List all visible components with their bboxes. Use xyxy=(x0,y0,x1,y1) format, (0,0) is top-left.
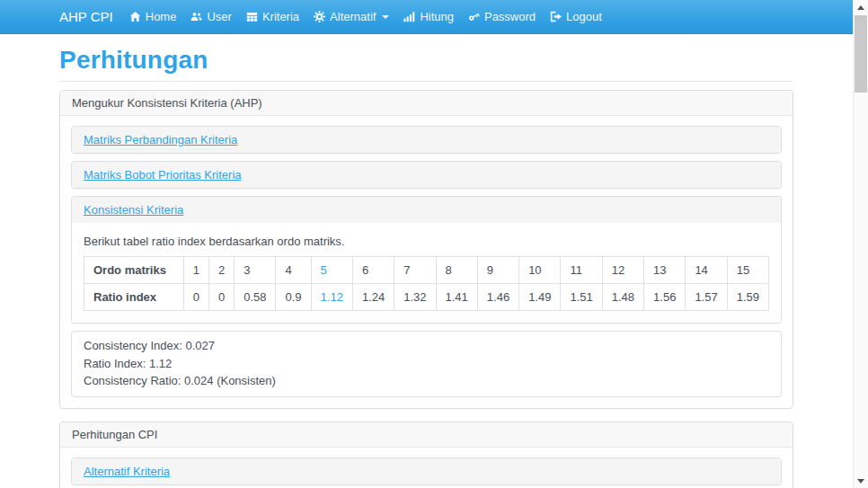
users-icon xyxy=(190,11,202,22)
nav-user[interactable]: User xyxy=(190,10,231,23)
consistency-ratio-text: Consistency Ratio: 0.024 (Konsisten) xyxy=(84,372,769,390)
nav-kriteria[interactable]: Kriteria xyxy=(246,10,299,23)
ratio-index-row: Ratio index 0 0 0.58 0.9 1.12 1.24 1.32 … xyxy=(84,284,769,311)
caret-down-icon xyxy=(382,15,389,19)
table-icon xyxy=(246,11,258,22)
navbar-inner: AHP CPI Home User Kriteria xyxy=(59,9,793,24)
panel-matriks-bobot: Matriks Bobot Prioritas Kriteria xyxy=(71,161,782,189)
nav-logout-label: Logout xyxy=(566,10,602,23)
highlighted-ordo-cell: 5 xyxy=(311,257,352,284)
app-brand[interactable]: AHP CPI xyxy=(59,9,113,24)
ordo-matriks-header: Ordo matriks xyxy=(84,257,184,284)
cpi-card-header: Perhitungan CPI xyxy=(60,422,793,448)
consistency-index-text: Consistency Index: 0.027 xyxy=(84,337,769,355)
cpi-card-body: Alternatif Kriteria Normalisasi Matriks xyxy=(60,448,793,488)
title-divider xyxy=(59,81,793,82)
navbar: AHP CPI Home User Kriteria xyxy=(0,0,853,34)
scrollbar-up-arrow[interactable] xyxy=(854,0,868,14)
scrollbar-down-arrow[interactable] xyxy=(854,474,868,488)
nav-user-label: User xyxy=(207,10,231,23)
alternatif-kriteria-link[interactable]: Alternatif Kriteria xyxy=(84,465,170,478)
nav-kriteria-label: Kriteria xyxy=(262,10,299,23)
home-icon xyxy=(129,11,141,22)
scrollbar-thumb[interactable] xyxy=(855,15,867,93)
triangle-up-icon xyxy=(857,5,864,10)
nav-hitung[interactable]: Hitung xyxy=(403,10,454,23)
browser-viewport: AHP CPI Home User Kriteria xyxy=(0,0,853,488)
logout-icon xyxy=(550,11,562,22)
cpi-card: Perhitungan CPI Alternatif Kriteria Norm… xyxy=(59,421,793,488)
signal-icon xyxy=(403,11,415,22)
panel-konsistensi: Konsistensi Kriteria Berikut tabel ratio… xyxy=(71,196,782,324)
ahp-card-header: Mengukur Konsistensi Kriteria (AHP) xyxy=(60,91,793,116)
ratio-index-header: Ratio index xyxy=(84,284,184,311)
panel-alternatif-kriteria: Alternatif Kriteria xyxy=(71,457,782,485)
ahp-card: Mengukur Konsistensi Kriteria (AHP) Matr… xyxy=(59,90,793,409)
panel-matriks-perbandingan: Matriks Perbandingan Kriteria xyxy=(71,126,782,154)
matriks-bobot-link[interactable]: Matriks Bobot Prioritas Kriteria xyxy=(84,168,242,182)
gear-icon xyxy=(314,11,325,22)
nav-alternatif-dropdown[interactable]: Alternatif xyxy=(314,10,389,23)
panel-matriks-bobot-header: Matriks Bobot Prioritas Kriteria xyxy=(72,162,781,188)
ratio-index-table: Ordo matriks 1 2 3 4 5 6 7 8 9 10 xyxy=(84,256,769,311)
nav-password-label: Password xyxy=(484,10,536,23)
nav-password[interactable]: Password xyxy=(468,10,536,23)
konsistensi-link[interactable]: Konsistensi Kriteria xyxy=(84,203,183,217)
nav-home[interactable]: Home xyxy=(129,10,177,23)
nav-hitung-label: Hitung xyxy=(420,10,454,23)
panel-konsistensi-header: Konsistensi Kriteria xyxy=(72,197,781,223)
nav-home-label: Home xyxy=(146,10,177,23)
ratio-index-intro: Berikut tabel ratio index berdasarkan or… xyxy=(84,235,769,248)
matriks-perbandingan-link[interactable]: Matriks Perbandingan Kriteria xyxy=(84,133,237,146)
nav-logout[interactable]: Logout xyxy=(550,10,602,23)
key-icon xyxy=(468,11,480,22)
ahp-card-body: Matriks Perbandingan Kriteria Matriks Bo… xyxy=(60,116,793,408)
page-title: Perhitungan xyxy=(59,46,793,75)
consistency-results-box: Consistency Index: 0.027 Ratio Index: 1.… xyxy=(71,331,782,397)
highlighted-ratio-cell: 1.12 xyxy=(311,284,352,311)
main-container: Perhitungan Mengukur Konsistensi Kriteri… xyxy=(59,46,793,488)
triangle-down-icon xyxy=(857,479,864,484)
nav-alternatif-label: Alternatif xyxy=(330,10,376,23)
scrollbar[interactable] xyxy=(853,0,868,488)
panel-alternatif-kriteria-header: Alternatif Kriteria xyxy=(72,458,781,484)
panel-matriks-perbandingan-header: Matriks Perbandingan Kriteria xyxy=(72,127,781,153)
ratio-index-text: Ratio Index: 1.12 xyxy=(84,355,769,373)
ordo-matriks-row: Ordo matriks 1 2 3 4 5 6 7 8 9 10 xyxy=(84,257,769,284)
panel-konsistensi-body: Berikut tabel ratio index berdasarkan or… xyxy=(72,223,781,323)
